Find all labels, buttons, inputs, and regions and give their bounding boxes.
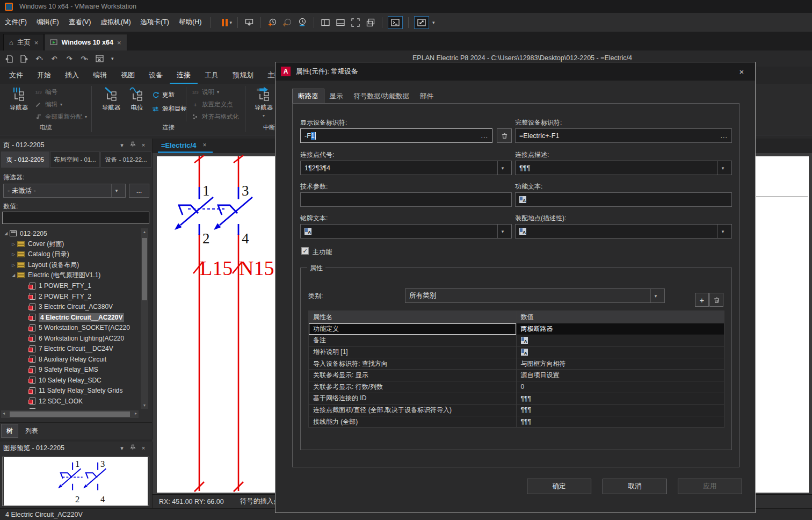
place-definition-point-button[interactable]: + 放置定义点	[191, 100, 233, 109]
tree-item[interactable]: 13 Safety Grids_V	[0, 407, 141, 409]
potential-button[interactable]: 电位	[126, 86, 148, 112]
property-name[interactable]: 功能定义	[309, 323, 517, 335]
chevron-down-icon[interactable]: ▾	[111, 184, 121, 197]
tree-item[interactable]: 2 POWER_FTY_2	[0, 291, 141, 302]
ribbon-tab-preplanning[interactable]: 预规划	[226, 70, 260, 84]
scrollbar-thumb[interactable]	[142, 238, 147, 300]
scroll-right-icon[interactable]: ▸	[135, 411, 137, 416]
ribbon-tab-file[interactable]: 文件	[2, 70, 30, 84]
source-target-button[interactable]: 源和目标	[151, 105, 187, 113]
property-value[interactable]: 源自项目设置	[517, 370, 724, 381]
chevron-down-icon[interactable]: ▾	[497, 225, 508, 238]
ctrl-alt-del-button[interactable]	[243, 17, 255, 28]
close-icon[interactable]: ×	[34, 39, 39, 47]
chevron-down-icon[interactable]: ▾	[650, 289, 661, 302]
expander-icon[interactable]: ◢	[2, 231, 10, 236]
property-name[interactable]: 关联参考显示: 显示	[309, 370, 517, 381]
pin-icon[interactable]	[127, 141, 138, 149]
filter-combobox[interactable]: - 未激活 - ▾	[3, 184, 126, 198]
cancel-button[interactable]: 取消	[603, 479, 667, 494]
tab-vm-windows10[interactable]: Windows 10 x64 ×	[44, 34, 127, 50]
menu-tabs[interactable]: 选项卡(T)	[136, 13, 174, 32]
function-text-input[interactable]	[515, 192, 732, 207]
connection-navigator-button[interactable]: 导航器	[97, 86, 126, 112]
tab-pages[interactable]: 页 - 012-2205	[1, 151, 49, 168]
cable-reassign-button[interactable]: 全部重新分配 ▾	[34, 113, 87, 121]
undo-icon[interactable]: ↶	[49, 54, 59, 63]
table-row[interactable]: 备注	[309, 335, 724, 346]
tree-item[interactable]: ▷Layout (设备布局)	[0, 260, 141, 271]
cp-designation-combobox[interactable]: 1¶2¶3¶4 ▾	[300, 161, 512, 175]
suspend-dropdown-icon[interactable]: ▾	[229, 20, 232, 25]
pin-icon[interactable]	[127, 444, 138, 452]
view-tab-list[interactable]: 列表	[20, 424, 43, 438]
stretch-guest-button[interactable]	[414, 16, 429, 29]
ribbon-tab-connection[interactable]: 连接	[170, 70, 198, 84]
main-function-checkbox[interactable]: ✓	[301, 247, 309, 255]
tree-item[interactable]: 5 Workstation_SOCKET(AC220	[0, 323, 141, 334]
qat-dropdown-icon[interactable]: ▾	[111, 56, 114, 61]
cp-description-combobox[interactable]: ¶¶¶ ▾	[515, 161, 732, 175]
show-library-button[interactable]	[320, 17, 331, 28]
menu-file[interactable]: 文件(F)	[0, 13, 32, 32]
expander-icon[interactable]: ▷	[10, 252, 17, 257]
cable-edit-button[interactable]: 编辑 ▾	[34, 100, 62, 109]
vertical-scrollbar[interactable]: ▴ ▾	[141, 228, 148, 409]
property-value[interactable]	[517, 335, 724, 346]
tab-home[interactable]: ⌂ 主页 ×	[3, 34, 44, 50]
expander-icon[interactable]: ▷	[10, 263, 17, 268]
property-name[interactable]: 接线能力 (全部)	[309, 416, 517, 428]
breakpoint-navigator-button[interactable]: 导航器 ▾	[249, 86, 278, 118]
ribbon-tab-edit[interactable]: 编辑	[86, 70, 114, 84]
horizontal-scrollbar[interactable]: ◂ ▸	[1, 410, 139, 418]
cable-numbering-button[interactable]: 123 编号	[34, 88, 57, 96]
show-thumbnail-bar-button[interactable]	[335, 17, 346, 28]
property-name[interactable]: 导入设备标识符: 查找方向	[309, 358, 517, 370]
close-icon[interactable]: ×	[138, 445, 149, 451]
property-name[interactable]: 基于网络连接的 ID	[309, 393, 517, 405]
scroll-down-icon[interactable]: ▾	[141, 403, 148, 408]
panel-dropdown-icon[interactable]: ▾	[117, 445, 127, 452]
table-row[interactable]: 增补说明 [1]	[309, 346, 724, 358]
tree-item[interactable]: 11 Safety Relay_Safety Grids	[0, 386, 141, 396]
properties-table[interactable]: 属性名 数值 功能定义 两极断路器 备注 增补说明 [1] 导入设备标识符: 查…	[308, 310, 724, 428]
tree-item[interactable]: 10 Safety Relay_SDC	[0, 375, 141, 386]
tree-item[interactable]: ▷Catalog (目录)	[0, 249, 141, 260]
menu-edit[interactable]: 编辑(E)	[32, 13, 64, 32]
chevron-down-icon[interactable]: ▾	[717, 225, 728, 238]
table-row[interactable]: 功能定义 两极断路器	[309, 323, 724, 335]
connection-note-button[interactable]: 123 说明 ▾	[191, 88, 219, 96]
table-row[interactable]: 导入设备标识符: 查找方向 与图框方向相符	[309, 358, 724, 370]
preview-canvas[interactable]: 1 3 2 4	[2, 457, 149, 506]
tab-parts[interactable]: 部件	[415, 89, 439, 104]
table-row[interactable]: 基于网络连接的 ID ¶¶¶	[309, 393, 724, 405]
property-name[interactable]: 连接点截面积/直径 (全部,取决于设备标识符导入)	[309, 405, 517, 416]
close-icon[interactable]: ×	[736, 66, 748, 77]
engraving-text-combobox[interactable]: ▾	[300, 224, 512, 239]
visible-dt-input[interactable]: -F1 ...	[300, 128, 492, 143]
tree-item[interactable]: ◢Electric (电气原理图V1.1)	[0, 270, 141, 281]
unity-mode-button[interactable]	[365, 17, 376, 28]
console-view-button[interactable]	[388, 16, 403, 29]
mounting-site-combobox[interactable]: ▾	[515, 224, 732, 239]
panel-dropdown-icon[interactable]: ▾	[117, 142, 127, 149]
tab-breaker[interactable]: 断路器	[292, 89, 324, 104]
tech-params-input[interactable]	[300, 192, 512, 207]
property-value[interactable]: ¶¶¶	[517, 393, 724, 405]
tab-devices[interactable]: 设备 - 012-22...	[100, 151, 151, 168]
menu-help[interactable]: 帮助(H)	[174, 13, 206, 32]
tree-item[interactable]: ▷Cover (封面)	[0, 239, 141, 250]
menu-vm[interactable]: 虚拟机(M)	[96, 13, 135, 32]
value-input[interactable]	[2, 212, 149, 224]
ribbon-tab-view[interactable]: 视图	[114, 70, 142, 84]
scroll-up-icon[interactable]: ▴	[141, 229, 148, 234]
suspend-button[interactable]	[222, 19, 228, 26]
redo-list-icon[interactable]: ↷•	[79, 54, 89, 63]
chevron-down-icon[interactable]: ▾	[497, 161, 508, 175]
property-value[interactable]: 两极断路器	[517, 323, 724, 335]
apply-button[interactable]: 应用	[678, 479, 742, 494]
cable-navigator-button[interactable]: 导航器	[4, 86, 33, 112]
property-value[interactable]	[517, 346, 724, 358]
property-value[interactable]: ¶¶¶	[517, 416, 724, 428]
align-format-button[interactable]: 对齐与格式化	[191, 113, 239, 121]
